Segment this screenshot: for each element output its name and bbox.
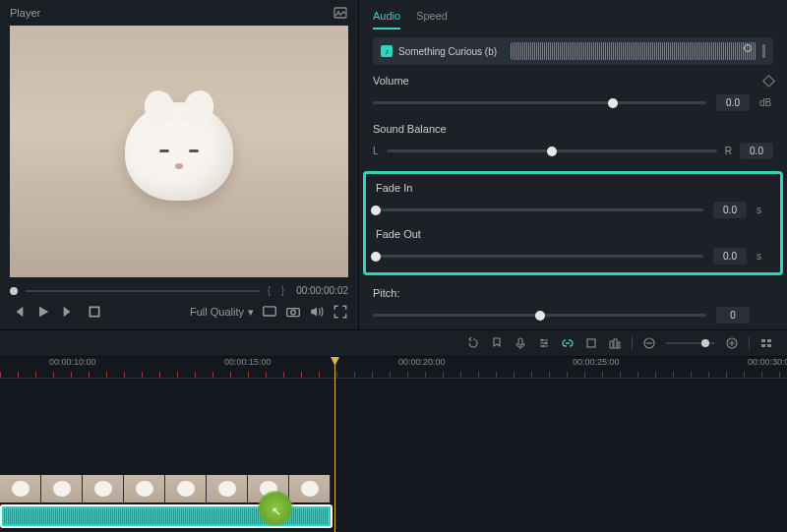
timecode: 00:00:00:02 [296, 285, 348, 296]
crop-icon[interactable] [584, 336, 598, 350]
display-icon[interactable] [262, 304, 277, 320]
ruler-tick: 00:00:20:00 [398, 357, 446, 367]
play-icon[interactable] [35, 304, 51, 320]
volume-unit: dB [759, 97, 773, 108]
fade-out-unit: s [757, 251, 770, 262]
video-thumbnail [289, 475, 331, 502]
fade-highlight: Fade In 0.0 s Fade Out 0.0 s [363, 171, 783, 275]
svg-rect-17 [761, 344, 765, 347]
tab-audio[interactable]: Audio [373, 10, 400, 30]
quality-selector[interactable]: Full Quality▾ [190, 306, 254, 319]
fade-in-unit: s [757, 205, 770, 215]
stop-icon[interactable] [87, 304, 102, 320]
fullscreen-icon[interactable] [333, 304, 348, 320]
fade-out-slider[interactable] [376, 255, 703, 258]
player-title: Player [10, 7, 40, 19]
fade-in-value[interactable]: 0.0 [713, 202, 747, 218]
preview-viewport[interactable] [10, 26, 348, 277]
timeline-ruler[interactable]: 00:00:10:00 00:00:15:00 00:00:20:00 00:0… [0, 357, 787, 379]
balance-label: Sound Balance [373, 123, 447, 135]
balance-value[interactable]: 0.0 [740, 143, 773, 159]
player-panel: Player { } 00:00:0 [0, 0, 359, 329]
svg-rect-19 [767, 344, 771, 347]
zoom-out-icon[interactable] [642, 336, 656, 350]
chevron-down-icon: ▾ [248, 306, 254, 319]
svg-rect-2 [90, 307, 98, 316]
camera-icon[interactable] [285, 304, 301, 320]
pitch-slider[interactable] [373, 314, 706, 317]
video-thumbnail [248, 475, 289, 502]
fade-in-slider[interactable] [376, 208, 703, 211]
timeline-toolbar [0, 329, 787, 357]
playhead[interactable] [334, 357, 335, 532]
properties-panel: Audio Speed ♪ Something Curious (b) Volu… [359, 0, 787, 329]
balance-slider[interactable] [387, 149, 717, 152]
volume-icon[interactable] [309, 304, 325, 320]
svg-point-7 [541, 339, 543, 341]
fade-in-label: Fade In [376, 182, 412, 194]
svg-point-8 [545, 342, 547, 344]
clip-end-handle[interactable] [762, 44, 765, 58]
adjust-icon[interactable] [537, 336, 551, 350]
video-thumbnail [41, 475, 83, 502]
mic-icon[interactable] [514, 336, 527, 350]
prev-frame-icon[interactable] [10, 304, 26, 320]
svg-point-9 [542, 345, 544, 347]
fade-out-value[interactable]: 0.0 [713, 248, 747, 265]
zoom-in-icon[interactable] [725, 336, 739, 350]
balance-right-label: R [725, 146, 732, 156]
clip-waveform [511, 42, 757, 60]
snapshot-icon[interactable] [333, 5, 348, 21]
svg-rect-18 [767, 339, 771, 342]
audio-clip-display: ♪ Something Curious (b) [373, 37, 773, 65]
pitch-value[interactable]: 0 [716, 307, 750, 324]
marker-icon[interactable] [490, 336, 504, 350]
volume-slider[interactable] [373, 101, 706, 104]
undo-icon[interactable] [466, 336, 480, 350]
video-thumbnail [83, 475, 124, 502]
scrub-track[interactable] [26, 290, 260, 292]
keyframe-icon[interactable] [762, 75, 775, 88]
audio-track[interactable] [0, 504, 333, 528]
layout-icon[interactable] [759, 336, 773, 350]
video-thumbnail [0, 475, 41, 502]
volume-value[interactable]: 0.0 [716, 94, 750, 111]
svg-point-5 [291, 310, 296, 315]
ruler-tick: 00:00:15:00 [224, 357, 272, 367]
clip-name: Something Curious (b) [398, 46, 497, 57]
link-icon[interactable] [561, 336, 575, 350]
svg-rect-16 [761, 339, 765, 342]
marker-brackets[interactable]: { } [268, 285, 288, 296]
zoom-slider[interactable] [666, 342, 715, 344]
music-note-icon: ♪ [381, 45, 393, 57]
ruler-tick: 00:00:25:00 [573, 357, 620, 367]
volume-label: Volume [373, 75, 409, 87]
video-track[interactable] [0, 475, 333, 502]
ruler-tick: 00:00:30:00 [748, 357, 787, 367]
svg-rect-10 [587, 339, 595, 347]
svg-rect-6 [518, 338, 522, 345]
next-frame-icon[interactable] [61, 304, 77, 320]
scrub-handle[interactable] [10, 287, 18, 295]
tab-speed[interactable]: Speed [416, 10, 448, 30]
svg-rect-12 [614, 339, 617, 348]
svg-rect-11 [610, 341, 613, 348]
mixer-icon[interactable] [608, 336, 622, 350]
ruler-tick: 00:00:10:00 [49, 357, 96, 367]
video-thumbnail [124, 475, 165, 502]
balance-left-label: L [373, 146, 379, 156]
timeline[interactable]: 00:00:10:00 00:00:15:00 00:00:20:00 00:0… [0, 357, 787, 532]
pitch-label: Pitch: [373, 287, 400, 299]
svg-rect-13 [618, 342, 620, 348]
svg-rect-3 [264, 307, 276, 316]
fade-out-label: Fade Out [376, 228, 421, 240]
clip-marker[interactable] [744, 44, 752, 52]
video-thumbnail [207, 475, 248, 502]
video-thumbnail [165, 475, 207, 502]
